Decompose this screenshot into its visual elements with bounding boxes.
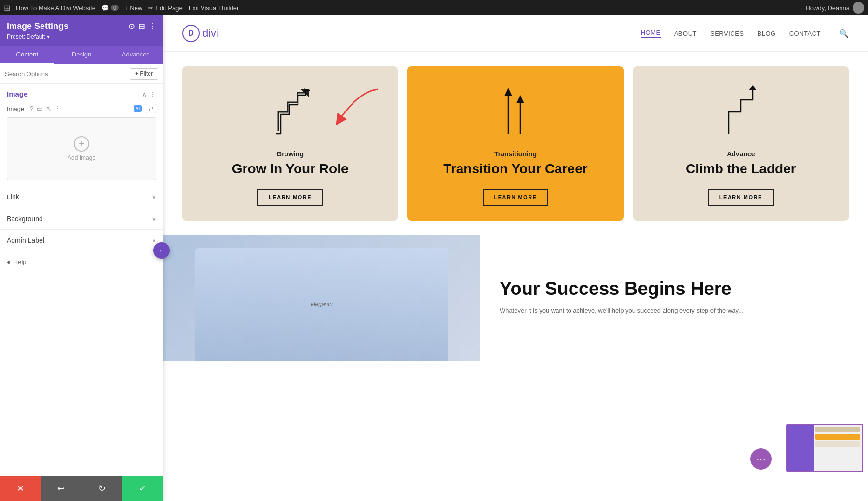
field-more-icon[interactable]: ⋮ — [54, 105, 61, 112]
card-growing-btn[interactable]: LEARN MORE — [257, 189, 323, 206]
tab-advanced[interactable]: Advanced — [108, 46, 163, 64]
panel-bottom-bar: ✕ ↩ ↻ ✓ — [0, 476, 163, 501]
link-section: Link ∨ — [0, 186, 163, 208]
background-section: Background ∨ — [0, 208, 163, 229]
filter-button[interactable]: + Filter — [130, 68, 158, 80]
nav-link-services[interactable]: SERVICES — [710, 30, 744, 37]
card-advance-icon — [721, 85, 760, 140]
bottom-image: elegantc — [163, 235, 480, 361]
preset-arrow-icon: ▾ — [47, 33, 50, 40]
purple-fab-button[interactable]: ⋯ — [750, 448, 772, 470]
card-transitioning-title: Transition Your Career — [443, 161, 587, 177]
exit-builder-link[interactable]: Exit Visual Builder — [189, 4, 239, 12]
background-section-title: Background — [7, 215, 43, 223]
panel-content: Image ∧ ⋮ Image ? ▭ ↖ ⋮ AI — [0, 84, 163, 501]
bottom-heading: Your Success Begins Here — [500, 279, 849, 299]
link-section-title: Link — [7, 193, 19, 201]
link-section-header[interactable]: Link ∨ — [7, 193, 156, 201]
logo-icon: D — [182, 25, 200, 42]
help-label[interactable]: Help — [14, 258, 27, 265]
expand-icon[interactable]: ⊟ — [138, 22, 145, 31]
tab-content[interactable]: Content — [0, 46, 54, 64]
edit-page-link[interactable]: ✏ Edit Page — [148, 4, 182, 12]
pointer-icon[interactable]: ↖ — [46, 105, 52, 112]
card-advance: Advance Climb the Ladder LEARN MORE — [633, 66, 849, 221]
more-options-icon[interactable]: ⋮ — [149, 22, 156, 31]
panel-tabs: Content Design Advanced — [0, 46, 163, 64]
image-field-row: Image ? ▭ ↖ ⋮ AI ⇄ — [0, 102, 163, 117]
howdy-menu[interactable]: Howdy, Deanna — [805, 2, 864, 14]
nav-link-home[interactable]: HOME — [641, 29, 661, 38]
card-transitioning-btn[interactable]: LEARN MORE — [483, 189, 549, 206]
undo-button[interactable]: ↩ — [41, 476, 82, 501]
bottom-section: elegantc Your Success Begins Here Whatev… — [163, 235, 868, 361]
svg-marker-6 — [516, 95, 524, 103]
help-tooltip-icon[interactable]: ? — [30, 105, 34, 112]
save-button[interactable]: ✓ — [122, 476, 163, 501]
comment-count: 0 — [111, 5, 119, 11]
card-growing-icon — [271, 85, 310, 140]
site-navigation: D divi HOME ABOUT SERVICES BLOG CONTACT … — [163, 15, 868, 52]
phone-mockup: elegantc — [195, 248, 448, 361]
ai-badge[interactable]: AI — [134, 105, 142, 112]
image-section-title: Image — [7, 90, 27, 98]
tab-design[interactable]: Design — [54, 46, 109, 64]
thumbnail-inner — [787, 425, 862, 471]
cancel-button[interactable]: ✕ — [0, 476, 41, 501]
thumb-strip-1 — [815, 427, 860, 432]
background-chevron-icon: ∨ — [152, 215, 156, 222]
new-content-link[interactable]: + New — [124, 4, 142, 12]
nav-link-contact[interactable]: CONTACT — [789, 30, 821, 37]
nav-link-about[interactable]: ABOUT — [674, 30, 697, 37]
image-icon[interactable]: ▭ — [37, 105, 43, 112]
card-transitioning-subtitle: Transitioning — [494, 150, 537, 158]
add-image-plus-icon: + — [74, 136, 89, 152]
section-more-icon[interactable]: ⋮ — [149, 90, 156, 98]
thumb-strip-3 — [815, 441, 860, 447]
help-row: ● Help — [0, 251, 163, 272]
image-upload-area[interactable]: + Add Image — [7, 117, 156, 180]
panel-drag-handle[interactable]: ↔ — [153, 242, 170, 259]
wp-admin-bar: ⊞ How To Make A Divi Website 💬 0 + New ✏… — [0, 0, 868, 15]
image-section-header: Image ∧ ⋮ — [0, 84, 163, 102]
admin-label-title: Admin Label — [7, 237, 44, 244]
panel-title-row: Image Settings ⊙ ⊟ ⋮ — [7, 21, 156, 31]
focus-mode-icon[interactable]: ⊙ — [128, 22, 135, 31]
image-section: Image ∧ ⋮ Image ? ▭ ↖ ⋮ AI — [0, 84, 163, 180]
thumbnail-preview — [786, 424, 863, 472]
link-chevron-icon: ∨ — [152, 194, 156, 200]
panel-preset[interactable]: Preset: Default ▾ — [7, 33, 156, 40]
card-advance-title: Climb the Ladder — [686, 161, 796, 177]
card-growing-subtitle: Growing — [276, 150, 304, 158]
site-name-link[interactable]: How To Make A Divi Website — [16, 4, 95, 12]
collapse-icon[interactable]: ∧ — [142, 90, 147, 98]
search-input[interactable] — [5, 70, 126, 78]
comments-link[interactable]: 💬 0 — [101, 4, 119, 12]
nav-search-icon[interactable]: 🔍 — [839, 29, 849, 38]
sync-icon[interactable]: ⇄ — [146, 104, 156, 113]
nav-link-blog[interactable]: BLOG — [758, 30, 776, 37]
panel-header: Image Settings ⊙ ⊟ ⋮ Preset: Default ▾ — [0, 15, 163, 46]
thumb-panel — [787, 425, 814, 471]
bottom-text-area: Your Success Begins Here Whatever it is … — [480, 235, 868, 361]
help-circle-icon: ● — [7, 258, 11, 265]
thumb-strip-2 — [815, 434, 860, 440]
image-field-icons: ? ▭ ↖ ⋮ — [30, 105, 61, 112]
website-preview: D divi HOME ABOUT SERVICES BLOG CONTACT … — [163, 15, 868, 501]
admin-label-chevron-icon: ∨ — [152, 237, 156, 244]
admin-label-section-header[interactable]: Admin Label ∨ — [7, 237, 156, 244]
add-image-label: Add Image — [68, 154, 95, 161]
user-avatar — [853, 2, 864, 14]
redo-button[interactable]: ↻ — [81, 476, 122, 501]
thumb-content — [814, 425, 862, 471]
card-advance-btn[interactable]: LEARN MORE — [708, 189, 774, 206]
section-controls: ∧ ⋮ — [142, 90, 156, 98]
svg-marker-4 — [504, 88, 512, 96]
search-bar: + Filter — [0, 64, 163, 84]
admin-label-section: Admin Label ∨ — [0, 229, 163, 251]
wp-logo-icon[interactable]: ⊞ — [4, 3, 10, 13]
background-section-header[interactable]: Background ∨ — [7, 215, 156, 223]
panel-title-icons: ⊙ ⊟ ⋮ — [128, 22, 156, 31]
card-growing: Growing Grow In Your Role LEARN MORE — [182, 66, 398, 221]
card-transitioning-icon — [496, 85, 535, 140]
